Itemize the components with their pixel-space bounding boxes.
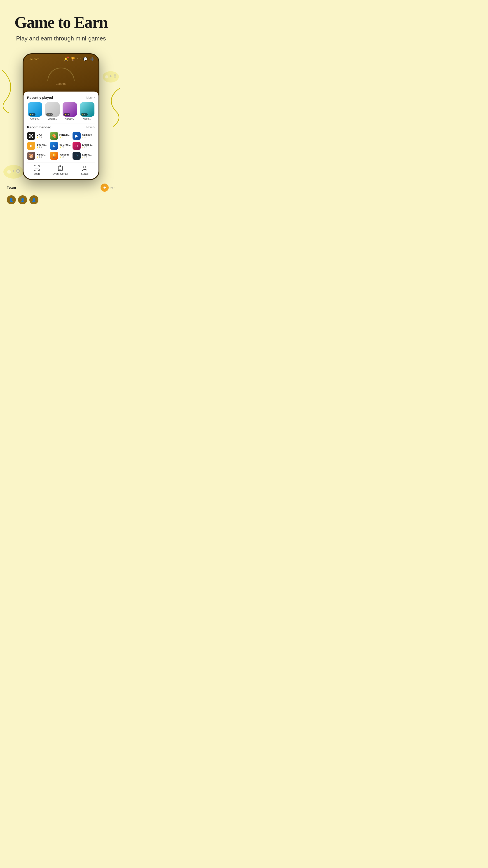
rec-item-okx[interactable]: OKX ★ 3.5 <box>27 132 50 140</box>
balance-area: Balance <box>24 63 98 88</box>
rec-ratingval-beene: 4.0 <box>39 146 42 148</box>
rec-rating-lorenz: ★ 1.8 <box>82 156 92 158</box>
scan-label: Scan <box>33 172 39 176</box>
svg-rect-33 <box>59 168 62 168</box>
rating-badge-onelo: ★ 4.3 <box>29 113 35 116</box>
rec-star-hamat: ★ <box>37 156 38 158</box>
rec-item-pizza[interactable]: 🍕 Pizza R... ★ -- <box>50 132 72 140</box>
recommended-more[interactable]: More > <box>86 126 95 129</box>
rec-item-hamat[interactable]: 🐹 Hamat... ★ 1.6 <box>27 152 50 160</box>
rec-rating-hamat: ★ 1.6 <box>37 156 46 158</box>
rec-name-beene: Bee Ne... <box>37 143 47 146</box>
svg-rect-19 <box>29 136 31 138</box>
rec-rating-coinlive: ★ -- <box>82 136 92 138</box>
rec-item-enijin[interactable]: ⊙ Enijin S... ★ 2.3 <box>72 142 95 150</box>
phone-url: Bee.com <box>28 57 39 61</box>
rec-rating-beene: ★ 4.0 <box>37 146 47 148</box>
svg-rect-25 <box>39 165 39 167</box>
space-label: Space <box>81 172 89 176</box>
svg-rect-17 <box>29 134 31 135</box>
rec-ratingval-lorenz: 1.8 <box>84 156 87 158</box>
add-icon[interactable]: ➕ <box>90 57 94 61</box>
game-thumb-upland: ★ 4.2 <box>45 102 60 117</box>
rec-ratingval-hamat: 1.6 <box>39 156 42 158</box>
rec-rating-okx: ★ 3.5 <box>37 136 42 138</box>
trophy-icon[interactable]: 🏆 <box>70 57 75 61</box>
star-icon: ★ <box>82 114 84 116</box>
rec-row-3: 🐹 Hamat... ★ 1.6 🏆 <box>27 152 95 160</box>
rec-name-lorenz: Lorenz... <box>82 153 92 156</box>
rec-star-okx: ★ <box>37 136 38 138</box>
hero-section: Game to Earn Play and earn through mini-… <box>0 0 122 46</box>
recently-played-header: Recently played More > <box>27 96 95 99</box>
rec-name-coinlive: Coinlive <box>82 133 92 136</box>
svg-rect-34 <box>59 168 62 169</box>
person-icon <box>82 165 88 171</box>
svg-rect-29 <box>39 169 39 171</box>
rec-info-pizza: Pizza R... ★ -- <box>59 133 70 138</box>
phone-topbar: Bee.com 🔔 🏆 🛡 💬 ➕ <box>24 54 98 63</box>
balance-circle <box>47 68 74 81</box>
recently-played-grid: ★ 4.3 One Lo... ★ 4.2 <box>27 102 95 120</box>
rec-item-yescoin[interactable]: 🏆 Yescoin ★ 1.5 <box>50 152 72 160</box>
recently-played-more[interactable]: More > <box>86 96 95 99</box>
rec-rating-4eglob: ★ 2.5 <box>59 146 71 148</box>
rec-icon-hamat: 🐹 <box>27 152 35 160</box>
chat-icon[interactable]: 💬 <box>83 57 88 61</box>
rec-rating-yescoin: ★ 1.5 <box>59 156 69 158</box>
action-scan[interactable]: Scan <box>33 165 40 176</box>
recommended-title: Recommended <box>27 125 52 129</box>
rec-info-hamat: Hamat... ★ 1.6 <box>37 153 46 158</box>
rec-ratingval-enijin: 2.3 <box>84 146 87 148</box>
svg-rect-32 <box>59 165 61 166</box>
rec-star-enijin: ★ <box>82 146 84 148</box>
add-team-button[interactable]: + <box>101 184 109 192</box>
game-name-onelo: One Lo... <box>30 118 39 120</box>
rating-badge-hippo: ★ 4.3 <box>81 113 88 116</box>
avatar-3: 👤 <box>29 195 38 204</box>
recommended-header: Recommended More > <box>27 125 95 129</box>
game-item-aavego[interactable]: ★ 4.1 Aavego... <box>62 102 77 120</box>
svg-rect-21 <box>31 135 32 136</box>
rec-item-lorenz[interactable]: ⟨⟩ Lorenz... ★ 1.8 <box>72 152 95 160</box>
rec-star-pizza: ★ <box>59 136 61 138</box>
rec-star-lorenz: ★ <box>82 156 84 158</box>
avatar-2: 👤 <box>18 195 27 204</box>
event-center-label: Event Center <box>53 172 68 176</box>
rec-icon-lorenz: ⟨⟩ <box>72 152 80 160</box>
rec-info-enijin: Enijin S... ★ 2.3 <box>82 143 93 148</box>
shield-icon[interactable]: 🛡 <box>77 57 81 61</box>
game-thumb-hippo: ★ 4.3 <box>80 102 94 117</box>
team-more-link[interactable]: re > <box>110 186 115 189</box>
rec-star-yescoin: ★ <box>59 156 61 158</box>
star-icon: ★ <box>30 114 31 116</box>
rec-item-4eglob[interactable]: 4E 4e Glob... ★ 2.5 <box>50 142 72 150</box>
rec-info-yescoin: Yescoin ★ 1.5 <box>59 153 69 158</box>
rating-val-upland: 4.2 <box>49 114 52 116</box>
rec-ratingval-4eglob: 2.5 <box>62 146 65 148</box>
game-item-onelo[interactable]: ★ 4.3 One Lo... <box>27 102 43 120</box>
game-item-upland[interactable]: ★ 4.2 Upland... <box>44 102 60 120</box>
rec-name-4eglob: 4e Glob... <box>59 143 71 146</box>
rating-val-hippo: 4.3 <box>84 114 87 116</box>
action-space[interactable]: Space <box>81 165 89 176</box>
action-bar: Scan Event Center <box>27 162 95 176</box>
phone-mockup: Bee.com 🔔 🏆 🛡 💬 ➕ Balance <box>0 53 122 180</box>
rec-star-coinlive: ★ <box>82 136 84 138</box>
team-section: Team + re > <box>0 180 122 195</box>
scan-icon <box>33 165 40 171</box>
rec-ratingval-pizza: -- <box>62 136 63 138</box>
rec-info-beene: Bee Ne... ★ 4.0 <box>37 143 47 148</box>
rec-name-hamat: Hamat... <box>37 153 46 156</box>
svg-rect-35 <box>59 169 61 170</box>
rec-item-beene[interactable]: B Bee Ne... ★ 4.0 <box>27 142 50 150</box>
phone-icons: 🔔 🏆 🛡 💬 ➕ <box>64 57 94 61</box>
game-thumb-onelo: ★ 4.3 <box>28 102 42 117</box>
recommended-list: OKX ★ 3.5 🍕 Pizza R... <box>27 132 95 160</box>
phone-screen: Bee.com 🔔 🏆 🛡 💬 ➕ Balance <box>24 54 98 179</box>
team-avatars: 👤 👤 👤 <box>0 195 122 209</box>
rec-item-coinlive[interactable]: ▶ Coinlive ★ -- <box>72 132 95 140</box>
action-event-center[interactable]: Event Center <box>53 165 68 176</box>
notification-icon[interactable]: 🔔 <box>64 57 68 61</box>
game-item-hippo[interactable]: ★ 4.3 Hippo ... <box>79 102 95 120</box>
